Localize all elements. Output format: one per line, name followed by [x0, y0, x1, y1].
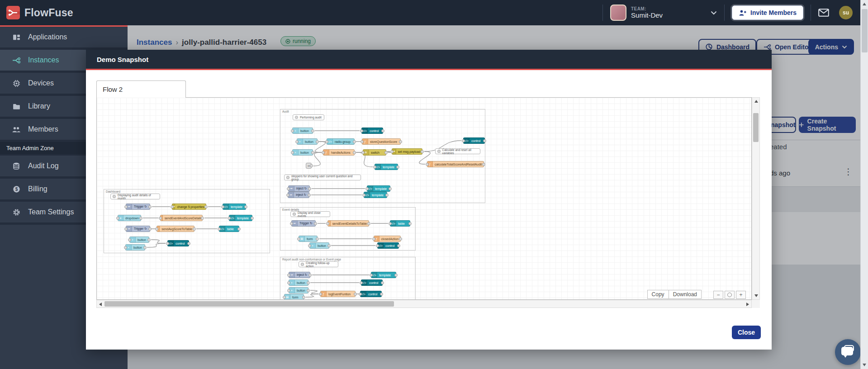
sidebar-item-label: Audit Log — [28, 162, 59, 170]
people-icon — [12, 126, 21, 133]
flow-node-label: closedAction — [379, 236, 401, 241]
flow-node-button: +button — [297, 138, 318, 145]
template-node-icon: </> — [219, 226, 225, 232]
flow-node-func: ƒclosedAction — [374, 236, 401, 242]
button-node-icon: + — [289, 288, 295, 293]
close-button[interactable]: Close — [732, 326, 761, 339]
invite-members-button[interactable]: Invite Members — [732, 5, 803, 20]
flow-node-label: table — [225, 226, 236, 232]
flow-node-label: button — [295, 280, 307, 285]
canvas-horizontal-scrollbar[interactable] — [96, 300, 752, 308]
sidebar-item-label: Applications — [28, 33, 67, 41]
button-node-icon: + — [126, 245, 132, 250]
template-node-icon: </> — [375, 164, 381, 170]
page-scrollbar[interactable] — [860, 0, 868, 369]
team-label: TEAM: — [631, 6, 663, 12]
template-node-icon: </> — [371, 272, 377, 278]
flow-node-label: dropdown — [123, 215, 141, 221]
form-node-icon: ▤ — [299, 236, 305, 241]
zoom-out-button[interactable]: − — [713, 291, 723, 299]
button-node-icon: + — [289, 280, 295, 285]
vertical-scroll-thumb[interactable] — [753, 113, 759, 142]
button-node-icon: + — [297, 139, 303, 144]
copy-button[interactable]: Copy — [647, 290, 669, 299]
team-selector[interactable]: TEAM: Sumit-Dev — [610, 5, 717, 21]
horizontal-scroll-thumb[interactable] — [104, 301, 394, 307]
demo-snapshot-modal: Demo Snapshot Flow 2 Copy Download − + — [86, 50, 772, 350]
sidebar-item-label: Devices — [28, 79, 54, 87]
navbar-divider — [724, 5, 725, 21]
canvas-controls: Copy Download − + — [647, 290, 746, 299]
zoom-in-button[interactable]: + — [736, 291, 746, 299]
flow-node-label: Trigger ↻ — [132, 204, 149, 209]
flow-node-button: +button — [292, 128, 313, 134]
flow-comment-node: Calculate and reset all variables — [435, 148, 480, 154]
page-scroll-up-arrow[interactable] — [863, 3, 866, 5]
user-avatar[interactable]: su — [839, 6, 853, 19]
flow-node-control: </>control — [361, 128, 383, 134]
grid-icon — [12, 33, 21, 42]
flow-node-radio: </>radio-group — [327, 138, 355, 145]
flow-node-template: </>template — [229, 215, 252, 221]
modal-header: Demo Snapshot — [86, 50, 772, 70]
flow-node-func: ƒsendEventAndScoreDetails — [160, 215, 203, 221]
flow-group-label: Report audit non-conformance or Event pa… — [282, 258, 341, 261]
comment-label: Calculate and reset all variables — [442, 148, 480, 155]
billing-icon: $ — [12, 185, 21, 194]
func-node-icon: ƒ — [323, 150, 329, 155]
flow-comment-node: Displaying audit details of month — [110, 194, 160, 199]
scroll-up-arrow[interactable] — [754, 100, 758, 103]
comment-label: steppers for showing user current questi… — [291, 175, 360, 181]
flow-node-label: set msg.payload — [396, 149, 422, 154]
flow-node-func: ƒlogEventFuntion — [320, 291, 356, 297]
app-root: Instances › jolly-pallid-harrier-4653 ru… — [0, 0, 868, 369]
flow-node-label: sendEventDetailsToTable — [331, 221, 369, 226]
scroll-down-arrow[interactable] — [754, 294, 758, 297]
flow-node-template: </>template — [371, 272, 396, 278]
flow-node-template: </>table — [219, 226, 239, 232]
flow-canvas[interactable]: Copy Download − + AuditEvent detailsDash… — [96, 97, 752, 300]
mail-icon[interactable] — [818, 9, 829, 17]
flow-node-label: form — [290, 294, 300, 300]
control-node-icon: </> — [361, 280, 367, 285]
flow-node-form: ▤form — [299, 236, 318, 242]
scroll-left-arrow[interactable] — [99, 303, 102, 306]
sidebar-item-applications[interactable]: Applications — [0, 27, 128, 50]
flow-comment-node: Creating follow-up action — [299, 261, 338, 267]
scroll-right-arrow[interactable] — [746, 303, 749, 306]
flow-node-label: button — [295, 288, 307, 293]
func-node-icon: ƒ — [374, 236, 379, 241]
flow-node-button: +button — [125, 244, 145, 251]
button-node-icon: + — [293, 150, 299, 155]
flow-node-label: radio-group — [333, 139, 352, 144]
flow-node-change: ⇄set msg.payload — [392, 148, 422, 155]
chat-widget-button[interactable] — [835, 339, 861, 365]
flow-node-label: control — [366, 291, 379, 297]
flow-node-control: </>control — [361, 279, 383, 286]
brand[interactable]: FlowFuse — [0, 6, 73, 19]
template-node-icon: </> — [367, 186, 373, 191]
team-name: Sumit-Dev — [631, 11, 663, 19]
flow-node-label: button — [316, 243, 328, 248]
modal-body: Flow 2 Copy Download − + AuditE — [86, 70, 772, 348]
tab-flow-2[interactable]: Flow 2 — [96, 80, 186, 98]
flow-node-label: calculateTotalScoreAndResetAudit — [433, 161, 484, 167]
flow-node-func: ƒsendEventDetailsToTable — [327, 220, 369, 227]
flow-comment-node: Performing audit — [293, 114, 324, 120]
dropdown-node-icon: ≡ — [118, 215, 123, 221]
page-scroll-thumb[interactable] — [862, 9, 868, 52]
control-node-icon: </> — [360, 291, 366, 297]
scrollbar-corner — [752, 300, 760, 308]
flow-node-label: switch — [369, 150, 381, 155]
form-node-icon: ▤ — [285, 294, 290, 300]
radio-node-icon: </> — [327, 139, 333, 144]
flow-node-inject: ⇒inject ↻ — [289, 272, 310, 278]
download-button[interactable]: Download — [669, 290, 702, 299]
canvas-vertical-scrollbar[interactable] — [752, 97, 760, 300]
flow-node-label: form — [305, 236, 315, 241]
page-scroll-down-arrow[interactable] — [863, 364, 866, 366]
folder-icon — [12, 103, 21, 110]
inject-node-icon: ⇒ — [289, 272, 295, 278]
zoom-reset-button[interactable] — [725, 291, 735, 299]
control-node-icon: </> — [378, 243, 384, 248]
